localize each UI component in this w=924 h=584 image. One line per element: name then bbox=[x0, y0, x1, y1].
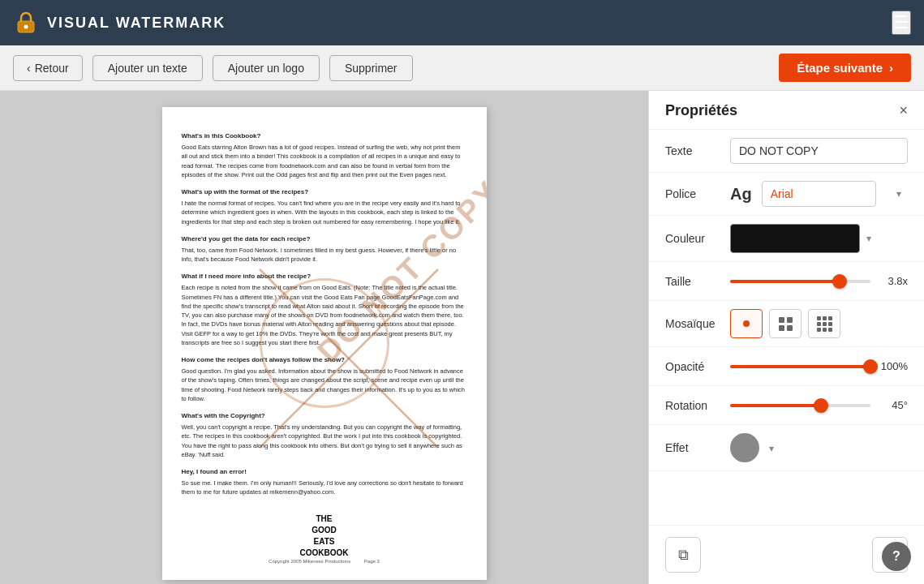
logo-area: VISUAL WATERMARK bbox=[13, 10, 226, 36]
copy-layer-button[interactable]: ⧉ bbox=[665, 537, 701, 573]
rotation-value-container: 45° bbox=[730, 399, 908, 411]
opacite-value: 100% bbox=[879, 360, 908, 372]
next-button[interactable]: Étape suivante › bbox=[779, 54, 911, 82]
rotation-slider-track[interactable] bbox=[730, 404, 870, 407]
copy-layer-icon: ⧉ bbox=[678, 547, 689, 564]
rotation-value: 45° bbox=[879, 399, 908, 411]
opacite-value-container: 100% bbox=[730, 360, 908, 372]
opacite-slider-fill bbox=[730, 365, 870, 368]
add-logo-button[interactable]: Ajouter un logo bbox=[213, 55, 320, 81]
taille-row: Taille 3.8x bbox=[649, 262, 924, 301]
texte-row: Texte bbox=[649, 130, 924, 173]
menu-button[interactable]: ☰ bbox=[892, 11, 911, 35]
section-body-2: I hate the normal format of recipes. You… bbox=[182, 199, 467, 226]
opacite-label: Opacité bbox=[665, 360, 730, 373]
section-body-4: Each recipe is noted from the show it ca… bbox=[182, 283, 467, 347]
opacite-row: Opacité 100% bbox=[649, 347, 924, 386]
section-body-6: Well, you can't copyright a recipe. That… bbox=[182, 423, 467, 459]
texte-label: Texte bbox=[665, 144, 730, 157]
app-title: VISUAL WATERMARK bbox=[47, 15, 226, 32]
police-row: Police Ag Arial Times New Roman Helvetic… bbox=[649, 173, 924, 216]
mosaic-single-icon bbox=[743, 320, 750, 327]
font-select[interactable]: Arial Times New Roman Helvetica bbox=[762, 181, 876, 207]
effet-preview[interactable] bbox=[730, 433, 759, 462]
mosaic-grid2-icon bbox=[779, 317, 793, 331]
section-body-7: So sue me. I make them. I'm only human!!… bbox=[182, 479, 467, 497]
taille-value: 3.8x bbox=[879, 275, 908, 287]
mosaic-single-button[interactable] bbox=[730, 309, 763, 338]
effet-value-container: ▾ bbox=[730, 433, 908, 462]
font-ag-icon: Ag bbox=[730, 185, 752, 204]
font-select-wrapper: Arial Times New Roman Helvetica ▾ bbox=[762, 181, 908, 207]
taille-value-container: 3.8x bbox=[730, 275, 908, 287]
rotation-label: Rotation bbox=[665, 399, 730, 412]
mosaique-row: Mosaïque bbox=[649, 301, 924, 347]
document-footer: THE GOOD EATS COOKBOOK Copyright 2005 Mi… bbox=[182, 513, 467, 564]
chevron-left-icon: ‹ bbox=[27, 62, 31, 75]
couleur-value-container: ▾ bbox=[730, 224, 908, 253]
section-heading-3: Where'd you get the data for each recipe… bbox=[182, 234, 467, 244]
section-body-3: That, too, came from Food Network. I som… bbox=[182, 246, 467, 264]
rotation-row: Rotation 45° bbox=[649, 386, 924, 425]
section-heading-7: Hey, I found an error! bbox=[182, 467, 467, 477]
svg-point-1 bbox=[24, 25, 28, 29]
effet-dropdown-arrow[interactable]: ▾ bbox=[769, 443, 774, 454]
properties-header: Propriétés × bbox=[649, 91, 924, 130]
section-body-1: Good Eats starring Alton Brown has a lot… bbox=[182, 143, 467, 179]
lock-icon bbox=[13, 10, 39, 36]
mosaic-grid3-button[interactable] bbox=[808, 309, 840, 338]
mosaique-label: Mosaïque bbox=[665, 317, 730, 330]
close-properties-button[interactable]: × bbox=[899, 102, 908, 119]
effet-select-wrapper: ▾ bbox=[766, 440, 908, 455]
section-heading-5: How come the recipes don't always follow… bbox=[182, 355, 467, 365]
effet-label: Effet bbox=[665, 441, 730, 454]
section-heading-2: What's up with the format of the recipes… bbox=[182, 187, 467, 197]
section-heading-6: What's with the Copyright? bbox=[182, 411, 467, 421]
police-label: Police bbox=[665, 187, 730, 200]
mosaique-options bbox=[730, 309, 908, 338]
taille-slider-fill bbox=[730, 280, 840, 283]
texte-input[interactable] bbox=[730, 138, 908, 164]
document-content: What's in this Cookbook? Good Eats starr… bbox=[182, 131, 467, 497]
taille-slider-track[interactable] bbox=[730, 280, 870, 283]
color-dropdown-arrow[interactable]: ▾ bbox=[866, 233, 871, 244]
font-select-arrow: ▾ bbox=[896, 188, 901, 200]
footer-title: THE GOOD EATS COOKBOOK bbox=[182, 513, 467, 559]
header: VISUAL WATERMARK ☰ bbox=[0, 0, 924, 45]
couleur-label: Couleur bbox=[665, 232, 730, 245]
mosaic-grid3-icon bbox=[817, 316, 832, 332]
rotation-slider-fill bbox=[730, 404, 821, 407]
chevron-right-icon: › bbox=[889, 61, 893, 75]
main-area: What's in this Cookbook? Good Eats starr… bbox=[0, 91, 924, 584]
opacite-slider-track[interactable] bbox=[730, 365, 870, 368]
couleur-row: Couleur ▾ bbox=[649, 216, 924, 262]
section-heading-1: What's in this Cookbook? bbox=[182, 131, 467, 141]
footer-copyright: Copyright 2005 Mikeness Productions Page… bbox=[182, 559, 467, 564]
back-button[interactable]: ‹ Retour bbox=[13, 55, 83, 81]
mosaic-grid2-button[interactable] bbox=[769, 309, 802, 338]
texte-value-container bbox=[730, 138, 908, 164]
section-heading-4: What if I need more info about the recip… bbox=[182, 272, 467, 281]
color-swatch[interactable] bbox=[730, 224, 860, 253]
police-value-container: Ag Arial Times New Roman Helvetica ▾ bbox=[730, 181, 908, 207]
document-area: What's in this Cookbook? Good Eats starr… bbox=[0, 91, 648, 584]
opacite-slider-thumb[interactable] bbox=[863, 359, 878, 374]
toolbar: ‹ Retour Ajouter un texte Ajouter un log… bbox=[0, 45, 924, 91]
document-page: What's in this Cookbook? Good Eats starr… bbox=[162, 107, 487, 580]
effet-row: Effet ▾ bbox=[649, 425, 924, 471]
taille-label: Taille bbox=[665, 275, 730, 288]
delete-button[interactable]: Supprimer bbox=[329, 55, 413, 81]
add-text-button[interactable]: Ajouter un texte bbox=[92, 55, 203, 81]
taille-slider-thumb[interactable] bbox=[832, 274, 847, 289]
section-body-5: Good question. I'm glad you asked. Infor… bbox=[182, 367, 467, 403]
properties-title: Propriétés bbox=[665, 102, 737, 119]
help-button[interactable]: ? bbox=[882, 542, 911, 571]
properties-panel: Propriétés × Texte Police Ag Arial Times… bbox=[648, 91, 924, 584]
rotation-slider-thumb[interactable] bbox=[814, 398, 828, 413]
